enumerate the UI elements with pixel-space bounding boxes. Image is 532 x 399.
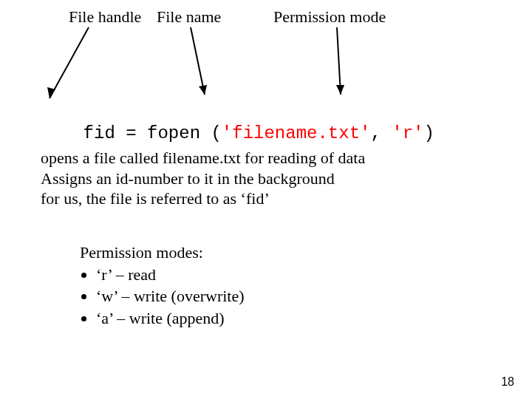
explanation-block: opens a file called filename.txt for rea… [41, 148, 365, 209]
permission-modes-heading: Permission modes: [80, 242, 245, 264]
code-filename: 'filename.txt' [222, 123, 371, 143]
explanation-line3: for us, the file is referred to as ‘fid’ [41, 188, 365, 209]
slide: File handle File name Permission mode fi… [0, 0, 532, 399]
code-mode: 'r' [392, 123, 423, 143]
svg-line-4 [337, 27, 341, 95]
explanation-line1: opens a file called filename.txt for rea… [41, 148, 365, 168]
mode-item-append: ‘a’ – write (append) [96, 307, 245, 330]
explanation-line2: Assigns an id-number to it in the backgr… [41, 168, 365, 189]
mode-item-write: ‘w’ – write (overwrite) [96, 285, 245, 307]
permission-modes-list: ‘r’ – read ‘w’ – write (overwrite) ‘a’ –… [80, 264, 245, 330]
mode-item-read: ‘r’ – read [96, 264, 245, 286]
code-suffix: ) [424, 123, 434, 143]
page-number: 18 [501, 375, 514, 389]
svg-marker-5 [336, 85, 344, 95]
permission-modes-block: Permission modes: ‘r’ – read ‘w’ – write… [80, 242, 245, 330]
code-comma: , [370, 123, 392, 143]
code-prefix: fid = fopen ( [83, 123, 222, 143]
